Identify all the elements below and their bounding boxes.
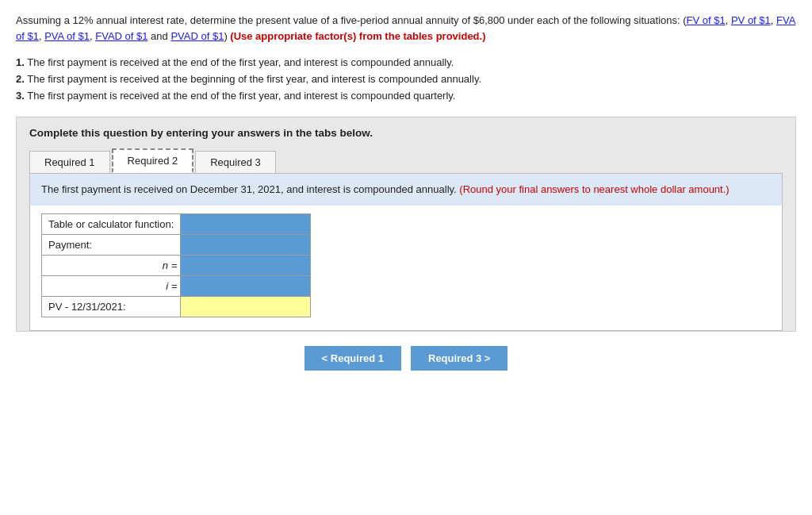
intro-paragraph: Assuming a 12% annual interest rate, det… [16, 13, 796, 44]
table-row: i = [42, 275, 311, 296]
link-pvad[interactable]: PVAD of $1 [170, 30, 224, 42]
table-row: PV - 12/31/2021: [42, 296, 311, 317]
input-cell-pv[interactable] [181, 296, 311, 317]
input-cell-n[interactable] [181, 255, 311, 275]
table-row: Payment: [42, 234, 311, 255]
table-row: Table or calculator function: [42, 213, 311, 234]
complete-title: Complete this question by entering your … [29, 127, 783, 139]
next-button-label: Required 3 > [428, 352, 490, 364]
next-button[interactable]: Required 3 > [411, 346, 508, 371]
intro-text-main: Assuming a 12% annual interest rate, det… [16, 14, 683, 26]
tab-required-2[interactable]: Required 2 [112, 148, 194, 173]
nav-buttons: < Required 1 Required 3 > [16, 346, 796, 371]
link-pv[interactable]: PV of $1 [731, 14, 771, 26]
input-n[interactable] [181, 256, 310, 275]
label-i: i = [42, 275, 181, 296]
label-pv: PV - 12/31/2021: [42, 296, 181, 317]
tab-required-1[interactable]: Required 1 [29, 151, 110, 173]
prev-button[interactable]: < Required 1 [304, 346, 401, 371]
link-fv[interactable]: FV of $1 [687, 14, 726, 26]
round-note: (Round your final answers to nearest who… [459, 183, 729, 195]
tab-description-text: The first payment is received on Decembe… [41, 183, 457, 195]
link-fvad[interactable]: FVAD of $1 [95, 30, 147, 42]
tab-required-2-label: Required 2 [128, 155, 178, 167]
tab-required-3[interactable]: Required 3 [195, 151, 276, 173]
table-area: Table or calculator function: Payment: [30, 206, 782, 330]
input-pv[interactable] [181, 297, 310, 317]
complete-box: Complete this question by entering your … [16, 117, 796, 332]
link-pva[interactable]: PVA of $1 [44, 30, 90, 42]
input-table: Table or calculator function: Payment: [41, 213, 311, 317]
tab-required-1-label: Required 1 [44, 156, 95, 168]
label-table-function: Table or calculator function: [42, 213, 181, 234]
input-table-function[interactable] [181, 214, 310, 234]
tab-required-3-label: Required 3 [210, 156, 261, 168]
list-item-1: 1. The first payment is received at the … [16, 55, 796, 71]
bold-suffix: (Use appropriate factor(s) from the tabl… [230, 30, 485, 42]
list-item-3: 3. The first payment is received at the … [16, 88, 796, 105]
input-cell-function[interactable] [181, 213, 311, 234]
input-cell-i[interactable] [181, 275, 311, 296]
tab-description: The first payment is received on Decembe… [30, 174, 782, 206]
list-item-2: 2. The first payment is received at the … [16, 71, 796, 88]
numbered-list: 1. The first payment is received at the … [16, 55, 796, 104]
label-n: n = [42, 255, 181, 275]
prev-button-label: < Required 1 [322, 352, 384, 364]
input-i[interactable] [181, 276, 310, 296]
tabs-row: Required 1 Required 2 Required 3 [29, 148, 783, 174]
label-payment: Payment: [42, 234, 181, 255]
input-payment[interactable] [181, 235, 310, 255]
table-row: n = [42, 255, 311, 275]
input-cell-payment[interactable] [181, 234, 311, 255]
tab-content: The first payment is received on Decembe… [29, 174, 783, 331]
